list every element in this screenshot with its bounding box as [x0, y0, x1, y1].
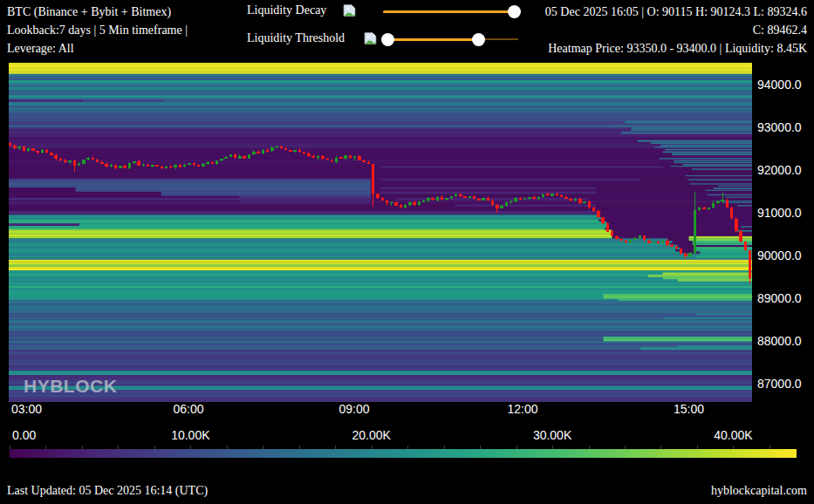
liquidity-decay-slider[interactable]	[383, 4, 528, 18]
liquidity-threshold-slider[interactable]	[381, 32, 528, 46]
price-axis-label: 87000.0	[757, 377, 802, 391]
price-axis-label: 89000.0	[757, 291, 802, 305]
price-axis-label: 94000.0	[757, 78, 802, 92]
decay-slider-handle[interactable]	[508, 5, 521, 18]
header-left: BTC (Binance + Bybit + Bitmex) Lookback:…	[7, 3, 188, 58]
colorbar-label: 10.00K	[171, 428, 209, 442]
leverage-info: Leverage: All	[7, 39, 188, 58]
price-axis-label: 88000.0	[757, 334, 802, 348]
heatmap-chart[interactable]: HYBLOCK	[9, 63, 752, 402]
lookback-info: Lookback:7 days | 5 Min timeframe |	[7, 21, 188, 39]
time-axis-label: 06:00	[173, 402, 203, 416]
broken-image-icon	[364, 32, 377, 44]
colorbar-label: 40.00K	[714, 428, 752, 442]
threshold-slider-track-active[interactable]	[387, 38, 478, 41]
symbol-title: BTC (Binance + Bybit + Bitmex)	[7, 3, 188, 21]
time-axis-label: 15:00	[674, 402, 704, 416]
broken-image-icon	[343, 4, 356, 17]
colorbar-gradient	[10, 449, 797, 458]
heatmap-candles-canvas[interactable]	[9, 63, 752, 402]
price-axis-label: 91000.0	[757, 206, 802, 220]
colorbar-label: 0.00	[12, 428, 36, 442]
last-updated-text: Last Updated: 05 Dec 2025 16:14 (UTC)	[7, 484, 208, 498]
decay-slider-track[interactable]	[383, 10, 514, 13]
liquidity-decay-label: Liquidity Decay	[247, 3, 326, 17]
time-axis-label: 12:00	[507, 402, 537, 416]
colorbar-label: 20.00K	[352, 428, 391, 442]
price-axis-label: 90000.0	[757, 249, 802, 262]
threshold-slider-handle-high[interactable]	[472, 33, 485, 46]
heatmap-readout: Heatmap Price: 93350.0 - 93400.0 | Liqui…	[545, 39, 807, 58]
time-axis-label: 03:00	[11, 402, 42, 416]
colorbar-label: 30.00K	[533, 428, 571, 442]
site-link[interactable]: hyblockcapital.com	[711, 484, 807, 498]
close-readout: C: 89462.4	[545, 21, 807, 39]
liquidity-threshold-label: Liquidity Threshold	[247, 31, 345, 45]
hyblock-watermark: HYBLOCK	[24, 376, 117, 397]
price-axis-label: 92000.0	[757, 163, 802, 177]
header-right: 05 Dec 2025 16:05 | O: 90115 H: 90124.3 …	[545, 3, 807, 58]
threshold-slider-handle-low[interactable]	[381, 33, 394, 46]
price-axis-label: 93000.0	[757, 120, 802, 134]
time-axis-label: 09:00	[339, 402, 369, 416]
ohlc-readout: 05 Dec 2025 16:05 | O: 90115 H: 90124.3 …	[545, 3, 807, 21]
